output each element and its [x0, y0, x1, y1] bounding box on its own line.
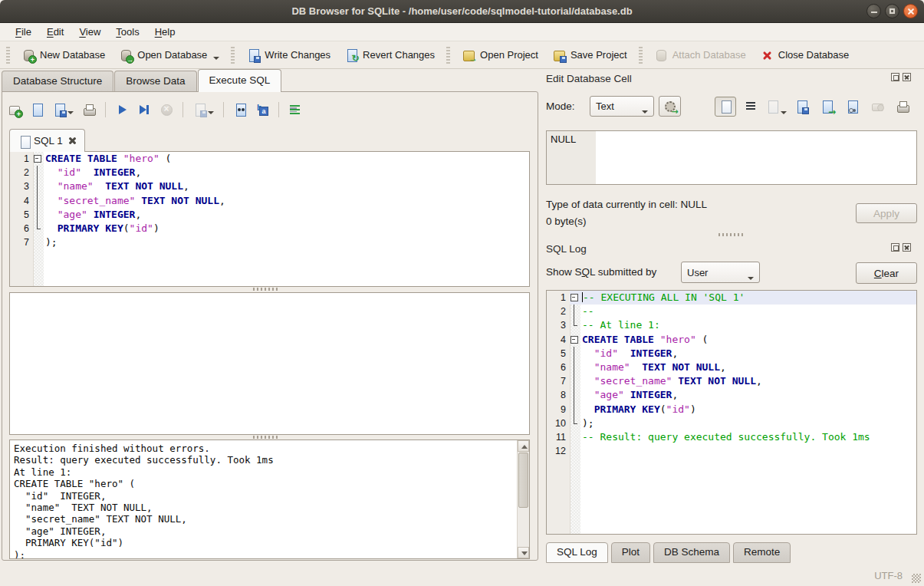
- scroll-up-icon[interactable]: [518, 440, 529, 452]
- new-database-button[interactable]: +New Database: [16, 45, 110, 65]
- menu-view[interactable]: View: [71, 24, 108, 40]
- new-query-tab-button[interactable]: +: [8, 103, 21, 117]
- open-sql-file-button[interactable]: [30, 103, 44, 117]
- save-results-button: [192, 103, 214, 117]
- fold-margin: [570, 444, 580, 458]
- minimize-icon[interactable]: [866, 4, 881, 18]
- line-number: 8: [547, 388, 570, 402]
- maximize-icon[interactable]: [885, 4, 899, 18]
- print-sql-button[interactable]: [82, 103, 96, 117]
- edit-cell-dock-header[interactable]: Edit Database Cell: [546, 71, 917, 86]
- set-null-button: [866, 97, 888, 117]
- fold-marker-icon[interactable]: [570, 333, 580, 347]
- execute-all-button[interactable]: [115, 103, 129, 117]
- scroll-down-icon[interactable]: [518, 547, 529, 558]
- dock-tab-db-schema[interactable]: DB Schema: [653, 542, 730, 563]
- execution-message-pane[interactable]: Execution finished without errors.Result…: [9, 440, 530, 559]
- export-data-button[interactable]: →: [816, 97, 837, 117]
- open-sql-file-icon: [30, 103, 44, 117]
- line-number: 11: [547, 430, 570, 444]
- format-sql-button[interactable]: [288, 103, 302, 117]
- resize-grip[interactable]: [912, 574, 921, 583]
- cell-value-editor[interactable]: NULL: [546, 130, 917, 185]
- sql-log-view[interactable]: 1-- EXECUTING ALL IN 'SQL 1'2--3-- At li…: [546, 290, 917, 535]
- menu-tools[interactable]: Tools: [108, 24, 146, 40]
- copy-link-button[interactable]: [841, 97, 863, 117]
- close-dock-icon[interactable]: [903, 243, 911, 252]
- chevron-down-icon[interactable]: [67, 111, 74, 114]
- apply-label: Apply: [873, 208, 899, 219]
- mode-select[interactable]: Text: [590, 96, 654, 117]
- auto-switch-mode-button[interactable]: [659, 96, 681, 117]
- open-database-button[interactable]: →Open Database: [113, 45, 225, 65]
- toolbar-drag-handle[interactable]: [639, 47, 643, 64]
- tab-database-structure[interactable]: Database Structure: [2, 71, 113, 92]
- chevron-down-icon[interactable]: [208, 111, 214, 114]
- wrap-lines-button[interactable]: [715, 97, 736, 117]
- execute-current-line-button[interactable]: [137, 103, 151, 117]
- close-icon[interactable]: [903, 4, 918, 18]
- toolbar-button-label: Save Project: [571, 49, 627, 61]
- menu-edit[interactable]: Edit: [39, 24, 71, 40]
- auto-completion-button[interactable]: [255, 103, 269, 117]
- save-results-icon: [192, 103, 206, 117]
- menu-help[interactable]: Help: [147, 24, 183, 40]
- close-dock-icon[interactable]: [903, 73, 911, 81]
- tab-browse-data[interactable]: Browse Data: [114, 71, 196, 92]
- dock-tab-plot[interactable]: Plot: [611, 542, 650, 563]
- save-project-button[interactable]: Save Project: [547, 45, 633, 65]
- message-line: "id" INTEGER,: [14, 490, 517, 502]
- vertical-scrollbar[interactable]: [517, 440, 529, 558]
- toolbar-button-label: Revert Changes: [363, 49, 435, 61]
- fold-marker-icon[interactable]: [33, 152, 43, 166]
- sql-log-dock-header[interactable]: SQL Log: [546, 241, 917, 256]
- float-dock-icon[interactable]: [891, 73, 899, 81]
- code-line: 7);: [10, 235, 529, 249]
- attach-database-button: Attach Database: [649, 45, 751, 65]
- find-replace-button[interactable]: [233, 103, 247, 117]
- revert-changes-button[interactable]: ↻Revert Changes: [339, 45, 440, 65]
- toolbar-drag-handle[interactable]: [231, 47, 235, 64]
- sql-editor-toolbar: +: [8, 100, 302, 119]
- scrollbar-thumb[interactable]: [518, 453, 528, 508]
- window-title: DB Browser for SQLite - /home/user/code/…: [291, 5, 632, 17]
- sql-document-tab[interactable]: SQL 1: [9, 129, 85, 152]
- toolbar-button-label: Close Database: [778, 49, 850, 61]
- write-changes-button[interactable]: Write Changes: [241, 45, 336, 65]
- dock-splitter-handle[interactable]: [718, 233, 745, 236]
- fold-margin: [33, 194, 43, 208]
- auto-completion-icon: [255, 103, 269, 117]
- float-dock-icon[interactable]: [891, 243, 899, 252]
- sql-editor[interactable]: 1CREATE TABLE "hero" (2 "id" INTEGER,3 "…: [9, 151, 530, 287]
- fold-margin: [570, 347, 580, 360]
- tab-execute-sql[interactable]: Execute SQL: [198, 69, 282, 92]
- execution-messages: Execution finished without errors.Result…: [10, 440, 517, 558]
- splitter-handle[interactable]: [253, 436, 279, 439]
- open-project-button[interactable]: →Open Project: [456, 45, 544, 65]
- line-number: 2: [547, 305, 570, 318]
- message-line: "secret_name" TEXT NOT NULL,: [14, 513, 517, 525]
- splitter-handle[interactable]: [253, 288, 279, 291]
- message-line: Execution finished without errors.: [14, 443, 517, 454]
- clear-log-button[interactable]: Clear: [856, 262, 917, 284]
- chevron-down-icon[interactable]: [213, 57, 219, 60]
- indent-text-button[interactable]: [740, 97, 761, 117]
- toolbar-drag-handle[interactable]: [6, 47, 10, 64]
- line-number: 2: [10, 166, 33, 179]
- toolbar-drag-handle[interactable]: [446, 47, 450, 64]
- save-sql-file-icon: [52, 103, 66, 117]
- log-filter-select[interactable]: User: [681, 262, 760, 283]
- menu-file[interactable]: File: [8, 24, 39, 40]
- fold-marker-icon[interactable]: [570, 291, 580, 305]
- print-cell-button[interactable]: [892, 97, 913, 117]
- close-tab-icon[interactable]: [68, 137, 77, 145]
- results-pane[interactable]: [9, 292, 530, 435]
- line-number: 1: [10, 152, 33, 166]
- dock-tab-remote[interactable]: Remote: [733, 542, 791, 563]
- save-data-button[interactable]: [791, 97, 812, 117]
- dock-tab-sql-log[interactable]: SQL Log: [546, 542, 608, 563]
- save-sql-file-button[interactable]: [52, 103, 74, 117]
- save-data-icon: [794, 100, 808, 114]
- chevron-down-icon: [642, 110, 648, 114]
- close-database-button[interactable]: Close Database: [755, 45, 855, 65]
